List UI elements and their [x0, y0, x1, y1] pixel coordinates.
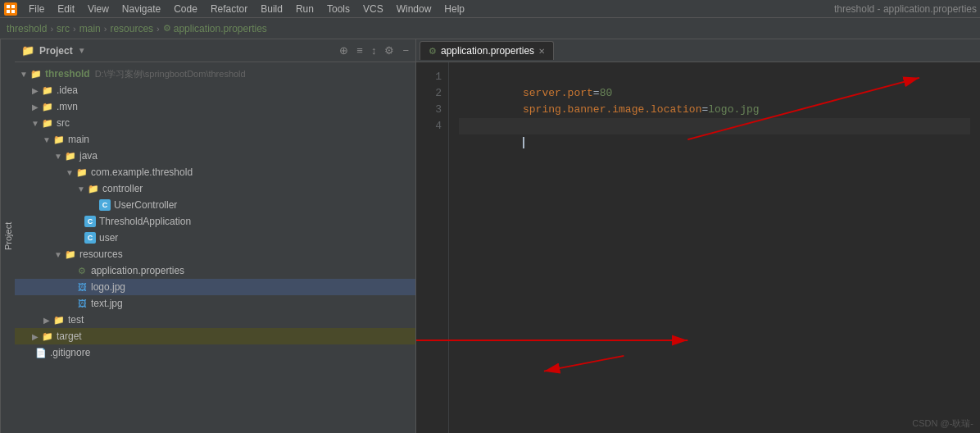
code-area[interactable]: server.port=80 spring.banner.image.locat… [449, 62, 980, 433]
editor-area: ⚙ application.properties ✕ 1 2 3 4 serve… [416, 39, 980, 433]
tree-app-props[interactable]: ⚙ application.properties [15, 262, 415, 279]
line-num-4: 4 [416, 118, 448, 134]
tree-main[interactable]: ▼ 📁 main [15, 131, 415, 148]
breadcrumb-src[interactable]: src [57, 23, 70, 34]
tree-java-label: java [79, 150, 98, 162]
breadcrumb-main[interactable]: main [79, 23, 101, 34]
tree-resources-label: resources [79, 248, 123, 260]
image-icon-logo: 🖼 [75, 280, 88, 294]
tree-arrow-test: ▶ [41, 316, 52, 325]
sidebar-header: 📁 Project ▼ ⊕ ≡ ↕ ⚙ − [15, 39, 415, 62]
sidebar-dropdown-icon[interactable]: ▼ [78, 46, 86, 55]
breadcrumb: threshold › src › main › resources › ⚙ a… [0, 18, 980, 39]
sidebar-icon-minimize[interactable]: − [402, 44, 409, 57]
menu-tools[interactable]: Tools [321, 2, 356, 16]
tree-arrow-root: ▼ [18, 70, 29, 79]
folder-icon-com-example: 📁 [75, 166, 88, 179]
tree-arrow-controller: ▼ [75, 185, 87, 194]
watermark: CSDN @-耿瑞- [912, 417, 973, 430]
line-num-1: 1 [416, 69, 448, 85]
tree-test-label: test [68, 314, 84, 326]
folder-icon-main: 📁 [52, 133, 66, 146]
menu-refactor[interactable]: Refactor [205, 2, 253, 16]
tree-gitignore[interactable]: 📄 .gitignore [15, 344, 415, 361]
project-tab-label: Project [3, 222, 13, 250]
menu-file[interactable]: File [23, 2, 50, 16]
menu-edit[interactable]: Edit [52, 2, 80, 16]
code-key-1: server.port [523, 87, 593, 99]
svg-rect-3 [7, 10, 10, 13]
folder-icon-root: 📁 [29, 67, 43, 80]
code-eq-1: = [593, 87, 600, 99]
svg-rect-0 [4, 2, 17, 16]
tree-controller[interactable]: ▼ 📁 controller [15, 180, 415, 197]
breadcrumb-resources[interactable]: resources [110, 23, 153, 34]
class-icon-user: C [84, 231, 97, 244]
code-val-2: logo.jpg [708, 103, 759, 116]
tree-mvn[interactable]: ▶ 📁 .mvn [15, 98, 415, 115]
menu-view[interactable]: View [82, 2, 115, 16]
sidebar-icon-globe[interactable]: ⊕ [339, 44, 348, 57]
tree-user-controller-label: UserController [114, 199, 177, 211]
tree-gitignore-label: .gitignore [50, 347, 90, 358]
app-logo [3, 2, 18, 16]
file-icon-gitignore: 📄 [34, 346, 48, 359]
editor-tabs: ⚙ application.properties ✕ [416, 39, 980, 62]
text-cursor [523, 137, 524, 148]
folder-icon-header: 📁 [21, 44, 34, 57]
tree-arrow-com-example: ▼ [64, 168, 75, 177]
tree-target[interactable]: ▶ 📁 target [15, 328, 415, 344]
folder-icon-target: 📁 [41, 330, 54, 343]
project-tab[interactable]: Project [0, 39, 15, 433]
menu-code[interactable]: Code [168, 2, 203, 16]
tree-root[interactable]: ▼ 📁 threshold D:\学习案例\springbootDom\thre… [15, 66, 415, 82]
tree-com-example-label: com.example.threshold [91, 166, 193, 178]
tree-user[interactable]: C user [15, 230, 415, 246]
breadcrumb-sep-1: › [50, 24, 53, 34]
editor-tab-props[interactable]: ⚙ application.properties ✕ [420, 41, 554, 60]
svg-rect-2 [11, 5, 15, 8]
tree-test[interactable]: ▶ 📁 test [15, 312, 415, 328]
tree-app-props-label: application.properties [91, 265, 184, 276]
menu-help[interactable]: Help [438, 2, 470, 16]
editor-content[interactable]: 1 2 3 4 server.port=80 spring.banner.ima… [416, 62, 980, 433]
tree-src-label: src [57, 117, 70, 129]
breadcrumb-file[interactable]: application.properties [174, 23, 267, 34]
tree-root-path: D:\学习案例\springbootDom\threshold [95, 68, 246, 80]
folder-icon-controller: 📁 [87, 182, 100, 195]
tree-user-controller[interactable]: C UserController [15, 197, 415, 213]
tree-src[interactable]: ▼ 📁 src [15, 115, 415, 131]
tab-close-props[interactable]: ✕ [538, 47, 545, 56]
sidebar-icon-gear[interactable]: ⚙ [384, 44, 394, 57]
line-num-2: 2 [416, 85, 448, 102]
menu-window[interactable]: Window [391, 2, 438, 16]
class-icon-user-controller: C [98, 198, 111, 212]
breadcrumb-sep-2: › [73, 24, 76, 34]
tree-user-label: user [99, 232, 118, 244]
folder-icon-idea: 📁 [41, 84, 54, 97]
tree-arrow-main: ▼ [41, 135, 52, 144]
tree-java[interactable]: ▼ 📁 java [15, 148, 415, 164]
breadcrumb-threshold[interactable]: threshold [7, 23, 47, 34]
tree-threshold-app[interactable]: C ThresholdApplication [15, 213, 415, 230]
sidebar-icon-list[interactable]: ≡ [356, 44, 363, 57]
code-val-1: 80 [600, 87, 613, 99]
tab-props-icon: ⚙ [429, 46, 437, 57]
tree-com-example[interactable]: ▼ 📁 com.example.threshold [15, 164, 415, 180]
tree-arrow-target: ▶ [29, 332, 41, 341]
menu-run[interactable]: Run [290, 2, 320, 16]
menu-build[interactable]: Build [255, 2, 288, 16]
tree-controller-label: controller [102, 183, 143, 194]
window-title: threshold - application.properties [834, 3, 977, 15]
sidebar-icon-sort[interactable]: ↕ [371, 44, 377, 57]
tree-idea[interactable]: ▶ 📁 .idea [15, 82, 415, 98]
menu-navigate[interactable]: Navigate [116, 2, 166, 16]
menu-vcs[interactable]: VCS [357, 2, 389, 16]
tree-text-jpg[interactable]: 🖼 text.jpg [15, 295, 415, 312]
tree-resources[interactable]: ▼ 📁 resources [15, 246, 415, 262]
folder-icon-resources: 📁 [64, 248, 77, 261]
tree-main-label: main [68, 134, 89, 145]
class-icon-threshold-app: C [84, 215, 97, 228]
folder-icon-mvn: 📁 [41, 100, 54, 113]
tree-logo-jpg[interactable]: 🖼 logo.jpg [15, 279, 415, 295]
